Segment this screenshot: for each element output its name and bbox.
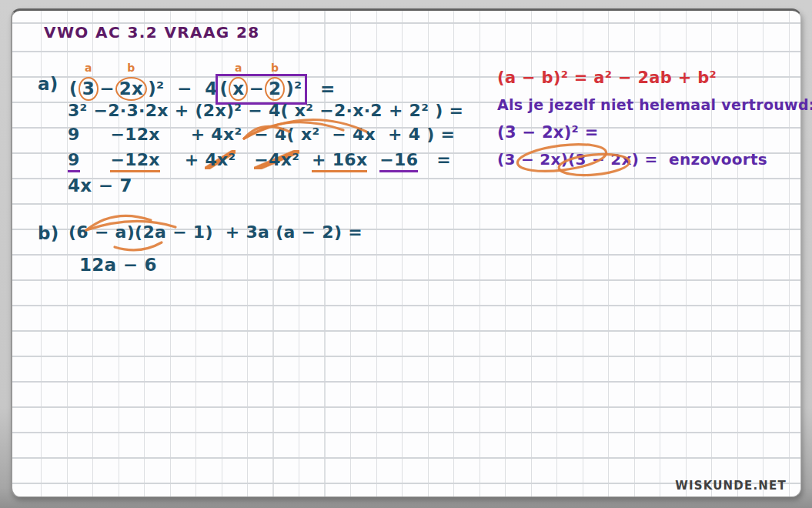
part-b-line-2: 12a − 6 [79, 255, 157, 275]
note-step-1: (3 − 2x)² = [497, 123, 599, 142]
marked-term: 4x² [205, 150, 236, 169]
marked-term: −16 [379, 150, 418, 172]
part-a-line-5: 4x − 7 [68, 175, 132, 196]
term [299, 150, 312, 169]
term-tag-label: b [271, 62, 279, 73]
page-title: VWO AC 3.2 VRAAG 28 [44, 23, 260, 42]
marked-term: 3a [79, 77, 99, 101]
marked-term: −12x [110, 150, 159, 172]
term: )² [286, 79, 302, 99]
marked-term: 2xb [115, 77, 147, 101]
part-a-line-4: 9 −12x + 4x² −4x² + 16x −16 = [68, 150, 451, 169]
term: = [418, 150, 451, 169]
term: − [99, 79, 115, 99]
note-formula: (a − b)² = a² − 2ab + b² [497, 69, 717, 87]
term: − [249, 79, 264, 99]
term-tag-label: b [127, 62, 135, 73]
marked-term: 2b [265, 77, 285, 101]
term: )² − 4 [148, 79, 217, 99]
term: + [160, 150, 206, 169]
marked-term: xa [229, 77, 248, 101]
term: = [307, 79, 335, 99]
part-b-line-1: (6 − a)(2a − 1) + 3a (a − 2) = [69, 222, 363, 242]
term-tag-label: a [235, 62, 242, 73]
term: ( [219, 79, 228, 99]
marked-term: −4x² [254, 150, 299, 169]
term [80, 150, 111, 169]
part-a-label: a) [38, 74, 58, 94]
note-advice: Als je jezelf niet helemaal vertrouwd: [497, 97, 812, 114]
part-b-label: b) [38, 223, 59, 243]
marked-term: + 16x [312, 150, 367, 172]
part-a-line-3: 9 −12x + 4x² − 4( x² − 4x + 4 ) = [68, 125, 455, 144]
term-tag-label: a [85, 62, 92, 73]
note-step-2: (3 − 2x)(3 − 2x) = enzovoorts [497, 151, 767, 169]
term: ( [69, 79, 78, 99]
term [236, 150, 254, 169]
graph-paper-sheet: VWO AC 3.2 VRAAG 28 a) (3a−2xb)² − 4(xa−… [11, 8, 801, 497]
watermark: WISKUNDE.NET [675, 479, 787, 493]
part-a-line-2: 3² −2·3·2x + (2x)² − 4( x² −2·x·2 + 2² )… [68, 101, 463, 120]
marked-term: 9 [68, 150, 80, 172]
term [367, 150, 379, 169]
desk-background: VWO AC 3.2 VRAAG 28 a) (3a−2xb)² − 4(xa−… [0, 0, 812, 508]
